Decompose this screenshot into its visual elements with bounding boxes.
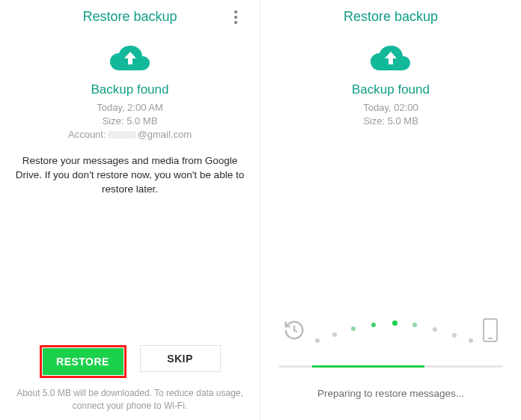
screen-restore-progress: Restore backup Backup found Today, 02:00…	[260, 0, 521, 420]
transfer-dots	[308, 320, 479, 344]
page-title: Restore backup	[344, 9, 438, 25]
header: Restore backup	[0, 0, 260, 33]
backup-time: Today, 2:00 AM	[0, 102, 260, 113]
progress-status-text: Preparing to restore messages...	[260, 388, 521, 399]
cloud-upload-icon	[0, 43, 260, 73]
backup-size: Size: 5.0 MB	[260, 115, 521, 127]
overflow-menu-button[interactable]	[231, 7, 240, 27]
history-icon	[283, 319, 305, 344]
progress-bar-fill	[312, 365, 424, 368]
restore-description: Restore your messages and media from Goo…	[0, 154, 260, 197]
account-suffix: @gmail.com	[138, 129, 192, 140]
backup-size: Size: 5.0 MB	[0, 115, 260, 127]
cloud-upload-icon	[260, 43, 521, 73]
account-prefix: Account:	[68, 129, 106, 140]
backup-account: Account: @gmail.com	[68, 129, 192, 140]
skip-button[interactable]: SKIP	[140, 345, 221, 372]
button-row: RESTORE SKIP	[0, 345, 260, 378]
backup-found-section: Backup found Today, 2:00 AM Size: 5.0 MB…	[0, 82, 260, 141]
restore-highlight: RESTORE	[40, 345, 127, 378]
restore-button[interactable]: RESTORE	[43, 348, 124, 375]
backup-found-label: Backup found	[0, 82, 260, 97]
backup-found-label: Backup found	[260, 82, 521, 97]
phone-icon	[482, 317, 499, 346]
page-title: Restore backup	[82, 9, 177, 25]
progress-area	[260, 317, 521, 368]
header: Restore backup	[260, 0, 521, 33]
transfer-illustration	[278, 317, 503, 346]
download-footnote: About 5.0 MB will be downloaded. To redu…	[0, 387, 260, 413]
screen-restore-prompt: Restore backup Backup found Today, 2:00 …	[0, 0, 260, 420]
backup-found-section: Backup found Today, 02:00 Size: 5.0 MB	[260, 82, 521, 127]
account-redacted	[108, 131, 136, 139]
backup-time: Today, 02:00	[260, 102, 521, 113]
progress-bar	[278, 365, 503, 368]
